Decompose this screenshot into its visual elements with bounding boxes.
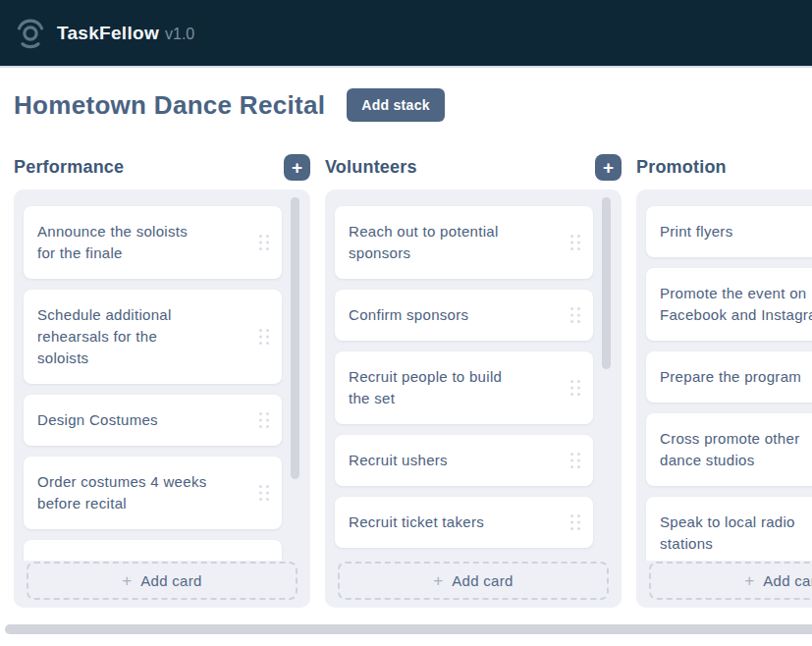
app-name: TaskFellow <box>57 23 159 44</box>
add-card-label: Add card <box>140 572 201 589</box>
stack-add-button[interactable]: + <box>284 154 310 181</box>
task-card[interactable]: Design Costumes <box>24 395 282 446</box>
vertical-scrollbar-thumb[interactable] <box>602 197 611 369</box>
add-card-button[interactable]: + Add card <box>27 562 298 600</box>
vertical-scrollbar-thumb[interactable] <box>291 197 299 479</box>
plus-icon: + <box>744 571 754 591</box>
task-card[interactable]: Announce the soloists for the finale <box>24 206 282 279</box>
drag-handle-icon[interactable] <box>569 306 581 324</box>
stack-title: Promotion <box>636 157 727 178</box>
card-text: Speak to local radio stations <box>660 511 812 555</box>
task-card-partial[interactable] <box>24 540 282 561</box>
drag-handle-icon[interactable] <box>569 452 581 469</box>
card-text: Print flyers <box>660 221 812 242</box>
task-card[interactable]: Prepare the program <box>646 351 812 403</box>
cards-container: Announce the soloists for the finale Sch… <box>14 189 310 561</box>
drag-handle-icon[interactable] <box>569 379 581 397</box>
card-text: Design Costumes <box>37 409 268 431</box>
cards-container: Print flyers Promote the event on Facebo… <box>636 189 812 561</box>
app-version: v1.0 <box>165 26 194 43</box>
card-text: Recruit ticket takers <box>349 511 579 533</box>
add-stack-button[interactable]: Add stack <box>347 88 445 122</box>
task-card[interactable]: Recruit ticket takers <box>335 497 593 548</box>
drag-handle-icon[interactable] <box>569 513 581 531</box>
app-brand: TaskFellow v1.0 <box>57 23 194 44</box>
page-title: Hometown Dance Recital <box>14 90 325 121</box>
card-text: Announce the soloists for the finale <box>37 221 268 264</box>
stack-body: Reach out to potential sponsors Confirm … <box>325 189 622 608</box>
board: Performance + Announce the soloists for … <box>14 154 812 608</box>
drag-handle-icon[interactable] <box>258 484 270 502</box>
add-card-button[interactable]: + Add card <box>649 562 812 600</box>
task-card[interactable]: Order costumes 4 weeks before recital <box>24 457 282 529</box>
drag-handle-icon[interactable] <box>258 411 270 429</box>
card-text: Promote the event on Facebook and Instag… <box>660 283 812 326</box>
stack-add-button[interactable]: + <box>595 154 622 181</box>
card-text: Recruit people to build the set <box>349 366 579 409</box>
task-card[interactable]: Recruit people to build the set <box>335 351 593 424</box>
drag-handle-icon[interactable] <box>258 328 270 346</box>
stack-header: Volunteers + <box>325 154 622 181</box>
app-logo-icon <box>14 17 47 50</box>
task-card[interactable]: Print flyers <box>646 206 812 257</box>
stack-header: Performance + <box>14 154 310 181</box>
card-text: Prepare the program <box>660 366 812 388</box>
stack-body: Print flyers Promote the event on Facebo… <box>636 189 812 608</box>
add-card-button[interactable]: + Add card <box>338 562 609 600</box>
card-text: Confirm sponsors <box>349 304 579 326</box>
topbar: TaskFellow v1.0 <box>0 0 812 68</box>
stack-header: Promotion + <box>636 154 812 181</box>
stack-title: Performance <box>14 157 124 178</box>
task-card[interactable]: Recruit ushers <box>335 435 593 486</box>
title-row: Hometown Dance Recital Add stack <box>14 87 812 123</box>
card-text: Schedule additional rehearsals for the s… <box>37 304 268 369</box>
horizontal-scrollbar-thumb[interactable] <box>5 624 812 634</box>
cards-container: Reach out to potential sponsors Confirm … <box>325 189 622 561</box>
card-text: Reach out to potential sponsors <box>349 221 579 264</box>
drag-handle-icon[interactable] <box>569 234 581 251</box>
plus-icon: + <box>603 157 614 178</box>
task-card[interactable]: Schedule additional rehearsals for the s… <box>24 290 282 384</box>
drag-handle-icon[interactable] <box>258 234 270 251</box>
task-card[interactable]: Cross promote other dance studios <box>646 413 812 486</box>
task-card[interactable]: Confirm sponsors <box>335 290 593 341</box>
task-card[interactable]: Promote the event on Facebook and Instag… <box>646 268 812 341</box>
task-card[interactable]: Speak to local radio stations <box>646 497 812 561</box>
stack-body: Announce the soloists for the finale Sch… <box>14 189 310 608</box>
plus-icon: + <box>292 157 302 178</box>
card-text: Cross promote other dance studios <box>660 428 812 471</box>
add-card-label: Add card <box>452 572 513 589</box>
plus-icon: + <box>433 571 443 591</box>
add-card-label: Add card <box>763 572 812 589</box>
card-text: Order costumes 4 weeks before recital <box>37 471 268 514</box>
card-text: Recruit ushers <box>349 450 579 471</box>
stack-column-volunteers: Volunteers + Reach out to potential spon… <box>325 154 622 608</box>
stack-column-promotion: Promotion + Print flyers Promote the eve… <box>636 154 812 608</box>
plus-icon: + <box>122 571 132 591</box>
stack-title: Volunteers <box>325 157 417 178</box>
task-card[interactable]: Reach out to potential sponsors <box>335 206 593 279</box>
stack-column-performance: Performance + Announce the soloists for … <box>14 154 310 608</box>
